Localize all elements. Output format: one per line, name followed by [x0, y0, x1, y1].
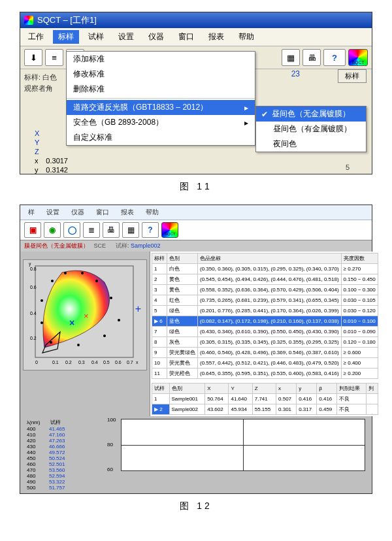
submenu-arrow-icon: ▸	[244, 103, 248, 112]
menu12-settings[interactable]: 设置	[42, 207, 63, 218]
Z-label: Z	[35, 148, 44, 156]
menu12-sample[interactable]: 样	[24, 207, 39, 218]
svg-text:0.5: 0.5	[103, 360, 110, 365]
tb12-circle[interactable]: ◯	[63, 222, 80, 238]
table-row[interactable]: 2黄色(0.545, 0.454), (0.494, 0.426), (0.44…	[152, 274, 378, 285]
lambda-head-a: λ(nm)	[27, 419, 40, 425]
menu12-report[interactable]: 报表	[117, 207, 138, 218]
svg-point-1	[51, 280, 54, 282]
cie-zoom-icon[interactable]: +	[135, 303, 141, 315]
menu-sample[interactable]: 试样	[83, 30, 109, 44]
plot-axes: 100 80 60	[121, 419, 365, 471]
menu-delete-standard[interactable]: 删除标准	[67, 82, 255, 97]
submenu-day-no-metal[interactable]: ✔ 昼间色（无金属镀膜）	[256, 107, 366, 122]
menu12-help[interactable]: 帮助	[142, 207, 163, 218]
t1-h1: 色别	[167, 254, 198, 264]
samples-table: 试样色别XYZxyβ判别结果判 1Sample00150.76441.6407.…	[152, 383, 378, 415]
lambda-row: 41047.160	[27, 432, 112, 438]
tb12-target[interactable]: ◉	[44, 222, 61, 238]
tb12-help[interactable]: ?	[142, 222, 159, 238]
standard-label: 标样: 白色	[24, 72, 57, 83]
standard-button[interactable]: 标样	[338, 69, 367, 83]
menu-custom-standard[interactable]: 自定义标准	[67, 130, 255, 145]
cie-diagram: 0.80.6 0.40.2 00.1 0.20.3 0.40.5 0.60.7 …	[23, 259, 147, 370]
cie-point-red: ×	[84, 311, 89, 321]
X-value	[46, 129, 73, 137]
table-row[interactable]: 1Sample00150.76441.6407.7410.5070.4160.4…	[152, 394, 378, 404]
lambda-row: 49053.322	[27, 479, 112, 485]
menubar-12: 样 设置 仪器 窗口 报表 帮助	[20, 205, 372, 220]
window-title: SQCT – [工作1]	[37, 14, 97, 26]
svg-text:0.4: 0.4	[30, 311, 37, 316]
table-row[interactable]: 3黄色(0.558, 0.352), (0.636, 0.364), (0.57…	[152, 285, 378, 295]
table-row[interactable]: 1白色(0.350, 0.360), (0.305, 0.315), (0.29…	[152, 264, 378, 274]
menu-add-standard[interactable]: 添加标准	[67, 52, 255, 67]
table-row[interactable]: 11荧光橙色(0.645, 0.355), (0.595, 0.351), (0…	[152, 369, 378, 379]
figure-12: 样 设置 仪器 窗口 报表 帮助 ▣ ◉ ◯ ≣ 🖶 ▦ ? SQCT 膜昼间色…	[20, 205, 372, 494]
figure-11-caption: 图 11	[0, 181, 392, 193]
menu-gb2893[interactable]: 安全色（GB 2893-2008） ▸	[67, 115, 255, 130]
svg-text:0.8: 0.8	[30, 267, 37, 271]
svg-point-11	[41, 299, 43, 302]
check-icon: ✔	[261, 110, 268, 119]
tb12-print[interactable]: 🖶	[103, 222, 120, 238]
lambda-row: 45050.524	[27, 455, 112, 461]
Y-label: Y	[35, 139, 44, 146]
menubar: 工作 标样 试样 设置 仪器 窗口 报表 帮助	[20, 28, 372, 46]
tb12-record[interactable]: ▣	[24, 222, 41, 238]
menu12-instrument[interactable]: 仪器	[67, 207, 88, 218]
table-row[interactable]: 9荧光黄绿色(0.460, 0.540), (0.428, 0.496), (0…	[152, 348, 378, 358]
svg-point-3	[81, 272, 84, 274]
menu-standard[interactable]: 标样	[53, 30, 79, 44]
toolbar-button-list[interactable]: ≡	[45, 49, 63, 66]
sub-status-bar: 膜昼间色（无金属镀膜） SCE 试样: Sample002	[20, 240, 372, 252]
menu12-window[interactable]: 窗口	[92, 207, 113, 218]
standards-table: 标样 色别 色品坐标 亮度因数 1白色(0.350, 0.360), (0.30…	[152, 253, 378, 379]
table-row[interactable]: ▶ 2Sample00243.60245.93455.1550.3010.317…	[152, 404, 378, 415]
menu-gbt18833[interactable]: 道路交通反光膜（GBT18833 – 2012） ▸	[67, 100, 255, 115]
status-left: 标样: 白色 观察者角	[24, 72, 57, 94]
toolbar-button-download[interactable]: ⬇	[24, 49, 42, 66]
cie-point-blue: ×	[69, 318, 74, 328]
menu-help[interactable]: 帮助	[233, 30, 259, 44]
table-row[interactable]: 7绿色(0.430, 0.340), (0.610, 0.390), (0.55…	[152, 327, 378, 337]
status-sce: SCE	[94, 242, 106, 249]
bottom-panel-12: λ(nm) 试样 40041.46541047.16042047.2634304…	[20, 416, 372, 493]
tb12-list[interactable]: ≣	[83, 222, 100, 238]
menu-edit-standard[interactable]: 修改标准	[67, 67, 255, 82]
X-label: X	[35, 129, 44, 137]
table-row[interactable]: 10荧光黄色(0.557, 0.442), (0.512, 0.421), (0…	[152, 358, 378, 369]
toolbar-button-print[interactable]: 🖶	[302, 49, 321, 66]
y-label: y	[35, 166, 44, 174]
t1-h0: 标样	[152, 254, 167, 264]
app-logo	[24, 16, 33, 25]
sqct-logo-button[interactable]: SQCT	[348, 49, 368, 66]
svg-point-7	[103, 335, 106, 337]
menu-work[interactable]: 工作	[23, 30, 49, 44]
status-sample-label: 试样:	[116, 242, 129, 249]
menu-settings[interactable]: 设置	[113, 30, 139, 44]
submenu-day-metal[interactable]: 昼间色（有金属镀膜）	[256, 122, 366, 137]
tb12-grid[interactable]: ▦	[122, 222, 139, 238]
Y-value	[46, 139, 73, 146]
sqct-logo-12[interactable]: SQCT	[161, 222, 178, 238]
menu-gbt18833-label: 道路交通反光膜（GBT18833 – 2012）	[73, 102, 208, 113]
toolbar-button-grid[interactable]: ▦	[282, 49, 300, 66]
svg-text:0.6: 0.6	[115, 360, 122, 365]
toolbar-button-help[interactable]: ?	[323, 49, 346, 66]
menu-window[interactable]: 窗口	[173, 30, 199, 44]
submenu-night[interactable]: 夜间色	[256, 137, 366, 152]
table-row[interactable]: 4红色(0.735, 0.265), (0.681, 0.239), (0.57…	[152, 295, 378, 306]
menu-gb2893-label: 安全色（GB 2893-2008）	[73, 117, 163, 128]
status-standard-name: 膜昼间色（无金属镀膜）	[24, 242, 89, 249]
table-row[interactable]: 8灰色(0.305, 0.315), (0.335, 0.345), (0.32…	[152, 337, 378, 348]
figure-12-caption: 图 12	[0, 500, 392, 512]
svg-point-8	[77, 344, 80, 346]
svg-text:0.1: 0.1	[52, 360, 59, 365]
table-row[interactable]: 5绿色(0.201, 0.776), (0.285, 0.441), (0.17…	[152, 306, 378, 316]
table-row[interactable]: ▶ 6蓝色(0.082, 0.147), (0.172, 0.198), (0.…	[152, 316, 378, 327]
menu-report[interactable]: 报表	[203, 30, 229, 44]
x-label: x	[35, 157, 44, 165]
svg-point-10	[41, 321, 43, 324]
menu-instrument[interactable]: 仪器	[143, 30, 169, 44]
